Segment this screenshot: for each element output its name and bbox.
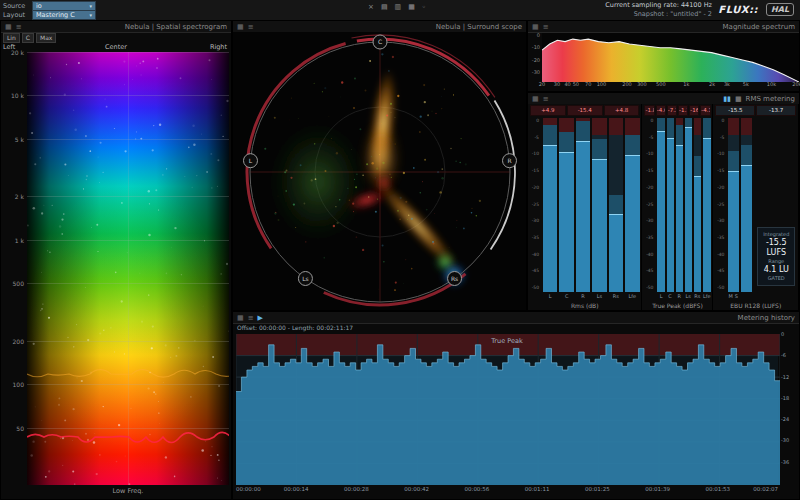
svg-text:Rs: Rs <box>451 275 458 282</box>
time-tick-label: 00:02:07 <box>753 486 778 492</box>
scale-tick-label: 0 <box>722 118 725 123</box>
layout-label: Layout <box>3 11 29 19</box>
spectrum-freq-label: 40 <box>564 81 570 87</box>
time-tick-label: 00:01:11 <box>525 486 550 492</box>
meter-fill <box>667 138 674 292</box>
spectrum-freq-label: 200 <box>622 81 632 87</box>
spectrum-db-label: -30 <box>532 70 540 75</box>
history-db-label: 0 <box>781 332 784 337</box>
layout-select[interactable]: Mastering C ▾ <box>32 10 96 20</box>
scale-tick-label: -20 <box>646 185 653 190</box>
channel-meter <box>625 118 639 292</box>
hal-logo: HAL <box>766 3 794 16</box>
freq-tick-label: 500 <box>13 281 24 287</box>
scale-tick-label: -20 <box>717 185 724 190</box>
scale-tick-label: -10 <box>646 151 653 156</box>
toolbar-icon-group: ×▤▥▦◦ <box>368 3 426 11</box>
svg-text:C: C <box>378 38 382 45</box>
toolbar-icon-2[interactable]: ▥ <box>395 3 402 11</box>
meter-fill <box>609 214 623 292</box>
source-select-value: io <box>36 2 42 10</box>
rms-metering-panel: ▦ ≡ ▮▮ ■ RMS metering +4.9-15.4+4.80-5-1… <box>527 92 800 311</box>
spectrum-freq-label: 100 <box>597 81 607 87</box>
scale-tick-label: -15 <box>532 168 539 173</box>
ebu-range-value: 4.1 LU <box>759 265 793 275</box>
meter-fill <box>559 152 573 292</box>
panel-menu-icon[interactable]: ≡ <box>543 94 549 104</box>
top-toolbar: Source io ▾ Layout Mastering C ▾ ×▤▥▦◦ C… <box>0 0 800 21</box>
channel-label: C <box>667 293 674 301</box>
scope-ring-arc <box>491 101 515 250</box>
play-icon[interactable]: ▶ <box>258 313 263 323</box>
spectrogram-body: 20 k10 k5 k2 k1 k50020010050 <box>1 52 231 485</box>
panel-menu-icon[interactable]: ≡ <box>16 22 22 32</box>
channel-label: Ls <box>592 293 606 301</box>
scale-tick-label: -45 <box>532 268 539 273</box>
panel-menu-icon[interactable]: ≡ <box>248 313 254 323</box>
toolbar-icon-0[interactable]: × <box>368 3 374 11</box>
freq-tick-label: 10 k <box>11 93 24 99</box>
panel-title: Nebula | Surround scope <box>436 23 522 31</box>
channel-meter <box>592 118 606 292</box>
scale-tick-label: -5 <box>535 135 540 140</box>
spectrogram-header: ▦ ≡ Nebula | Spatial spectrogram <box>1 21 231 33</box>
flux-logo: FLUX:: <box>718 4 758 15</box>
stop-icon[interactable]: ■ <box>735 94 742 104</box>
history-chart[interactable]: True Peak <box>236 334 778 483</box>
meter-scale: 0-5-10-15-20-25-30-35-40-45-50 <box>713 118 726 292</box>
sampling-rate-text: Current sampling rate: 44100 Hz <box>605 1 712 10</box>
channel-label: L <box>657 293 664 301</box>
toolbar-icon-3[interactable]: ▦ <box>408 3 415 11</box>
scale-tick-label: -35 <box>646 235 653 240</box>
channel-label-row: MS <box>713 293 798 301</box>
meter-body: 0-5-10-15-20-25-30-35-40-45-50 <box>528 117 641 293</box>
scale-tick-label: -15 <box>717 168 724 173</box>
meter-caption: Rms (dB) <box>528 301 641 310</box>
spectrogram-mode-button[interactable]: Max <box>36 33 56 43</box>
channel-meter <box>657 118 664 292</box>
panel-grid-icon[interactable]: ▦ <box>532 22 539 32</box>
meter-bars <box>541 118 641 292</box>
panel-grid-icon[interactable]: ▦ <box>5 22 12 32</box>
readout-value: +4.9 <box>530 105 566 116</box>
pause-icon[interactable]: ▮▮ <box>723 94 731 104</box>
readout-value: -4.6 <box>656 105 666 116</box>
panel-menu-icon[interactable]: ≡ <box>543 22 549 32</box>
panel-grid-icon[interactable]: ▦ <box>532 94 539 104</box>
scale-tick-label: -15 <box>646 168 653 173</box>
speaker-marker-Ls: Ls <box>298 271 312 285</box>
spectrum-display[interactable] <box>542 33 797 82</box>
channel-label: Ls <box>685 293 692 301</box>
toolbar-icon-1[interactable]: ▤ <box>381 3 388 11</box>
meter-fill <box>694 176 701 292</box>
panel-grid-icon[interactable]: ▦ <box>237 313 244 323</box>
channel-label: Rs <box>694 293 701 301</box>
history-db-label: -12 <box>781 375 789 380</box>
scale-tick-label: -10 <box>717 151 724 156</box>
spectrogram-mode-button[interactable]: C <box>22 33 34 43</box>
time-tick-label: 00:00:28 <box>344 486 369 492</box>
history-db-label: -6 <box>781 353 786 358</box>
scale-tick-label: -20 <box>532 185 539 190</box>
freq-tick-label: 100 <box>13 382 24 388</box>
panel-grid-icon[interactable]: ▦ <box>237 22 244 32</box>
spectrum-freq-label: 50 <box>573 81 579 87</box>
ebu-integrated-value: -15.5 LUFS <box>759 238 793 258</box>
freq-tick-label: 1 k <box>15 238 24 244</box>
scale-tick-label: -10 <box>532 151 539 156</box>
freq-tick-label: 50 <box>16 426 24 432</box>
spectrogram-display[interactable] <box>27 52 229 485</box>
spectrum-freq-label: 10k <box>767 81 776 87</box>
readout-value: -7.3 <box>667 105 677 116</box>
spectrum-db-scale: 0-10-20-30 <box>528 33 542 82</box>
scale-tick-label: -45 <box>646 268 653 273</box>
scale-tick-label: -50 <box>646 285 653 290</box>
scope-display[interactable]: CLRLsRs <box>233 32 526 310</box>
spectrogram-mode-button[interactable]: Lin <box>3 33 20 43</box>
channel-meter <box>703 118 710 292</box>
readout-value: -13.7 <box>756 105 796 116</box>
channel-label-row: LCRLsRsLfe <box>642 293 712 301</box>
ebu-gate-label: GATED <box>759 275 793 282</box>
panel-menu-icon[interactable]: ≡ <box>248 22 254 32</box>
toolbar-icon-4[interactable]: ◦ <box>422 3 426 11</box>
